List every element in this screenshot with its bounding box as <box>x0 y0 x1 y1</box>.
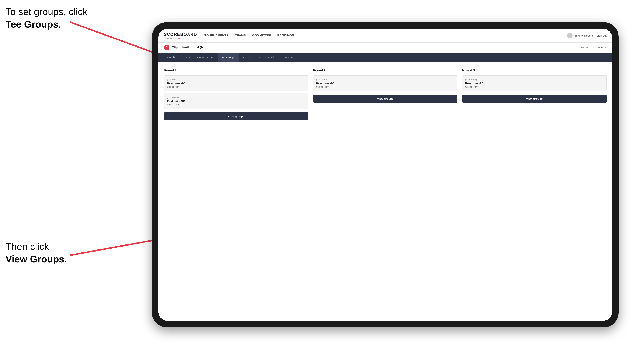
tab-bar: Details Teams Course Setup Tee Groups Re… <box>158 53 612 62</box>
nav-items: TOURNAMENTS TEAMS COMMITTEE RANKINGS <box>204 33 567 38</box>
tab-teams[interactable]: Teams <box>179 53 194 62</box>
round-3-view-groups-button[interactable]: View groups <box>462 95 606 103</box>
tournament-logo-letter: C <box>164 45 170 50</box>
top-nav: SCOREBOARD Powered by clippit TOURNAMENT… <box>158 29 612 42</box>
cancel-button[interactable]: Cancel ✕ <box>595 46 606 49</box>
logo-area: SCOREBOARD Powered by clippit <box>164 32 197 39</box>
instruction-bottom-suffix: . <box>64 254 67 264</box>
round-1-course-a-name: Peachtree GC <box>167 82 305 85</box>
tab-tee-groups[interactable]: Tee Groups <box>218 53 239 62</box>
tab-leaderboards[interactable]: Leaderboards <box>254 53 278 62</box>
sub-header: C Clippd Invitational (M... Hosting Canc… <box>158 42 612 53</box>
round-3-course-a-name: Peachtree GC <box>465 82 604 85</box>
instruction-bottom-bold: View Groups <box>6 254 64 264</box>
rounds-container: Round 1 (Course A) Peachtree GC Stroke P… <box>164 68 606 120</box>
tab-results[interactable]: Results <box>238 53 254 62</box>
round-2-course-a-card: (Course A) Peachtree GC Stroke Play <box>313 75 458 91</box>
round-3-course-a-card: (Course A) Peachtree GC Stroke Play <box>462 75 606 91</box>
round-1-column: Round 1 (Course A) Peachtree GC Stroke P… <box>164 68 308 120</box>
tab-details[interactable]: Details <box>164 53 179 62</box>
round-2-course-a-label: (Course A) <box>316 78 454 81</box>
round-1-course-a-card: (Course A) Peachtree GC Stroke Play <box>164 75 308 91</box>
logo-sub: Powered by clippit <box>164 37 197 39</box>
round-1-course-b-type: Stroke Play <box>167 103 305 106</box>
round-3-course-a-label: (Course A) <box>465 78 604 81</box>
round-1-view-groups-button[interactable]: View groups <box>164 112 308 120</box>
nav-teams[interactable]: TEAMS <box>235 33 246 38</box>
round-1-course-b-label: (Course B) <box>167 96 305 99</box>
instruction-top: To set groups, click Tee Groups. <box>6 5 88 30</box>
instruction-bottom: Then click View Groups. <box>6 240 67 265</box>
round-3-column: Round 3 (Course A) Peachtree GC Stroke P… <box>462 68 606 120</box>
round-3-course-a-type: Stroke Play <box>465 85 604 88</box>
sign-out-link[interactable]: Sign out <box>596 34 606 37</box>
tournament-name: Clippd Invitational (M... <box>172 46 580 49</box>
nav-right: blair@clippd.io Sign out <box>567 33 606 38</box>
main-content: Round 1 (Course A) Peachtree GC Stroke P… <box>158 62 612 321</box>
tab-course-setup[interactable]: Course Setup <box>194 53 218 62</box>
instruction-top-bold: Tee Groups <box>6 19 58 30</box>
instruction-top-suffix: . <box>58 19 61 30</box>
round-2-course-a-name: Peachtree GC <box>316 82 454 85</box>
nav-tournaments[interactable]: TOURNAMENTS <box>204 33 228 38</box>
instruction-bottom-line1: Then click <box>6 241 49 252</box>
nav-committee[interactable]: COMMITTEE <box>252 33 271 38</box>
user-email: blair@clippd.io <box>575 34 594 37</box>
round-1-course-a-label: (Course A) <box>167 78 305 81</box>
round-1-title: Round 1 <box>164 68 308 72</box>
round-2-view-groups-button[interactable]: View groups <box>313 95 458 103</box>
round-2-column: Round 2 (Course A) Peachtree GC Stroke P… <box>313 68 458 120</box>
tablet-frame: SCOREBOARD Powered by clippit TOURNAMENT… <box>152 22 619 327</box>
instruction-top-line1: To set groups, click <box>6 6 88 17</box>
logo-text: SCOREBOARD <box>164 32 197 37</box>
user-avatar <box>567 33 572 38</box>
tab-printables[interactable]: Printables <box>278 53 298 62</box>
round-2-course-a-type: Stroke Play <box>316 85 454 88</box>
round-1-course-b-name: East Lake GC <box>167 100 305 103</box>
round-1-course-b-card: (Course B) East Lake GC Stroke Play <box>164 93 308 109</box>
round-3-title: Round 3 <box>462 68 606 72</box>
round-2-title: Round 2 <box>313 68 458 72</box>
round-1-course-a-type: Stroke Play <box>167 85 305 88</box>
tablet-screen: SCOREBOARD Powered by clippit TOURNAMENT… <box>158 29 612 321</box>
nav-rankings[interactable]: RANKINGS <box>278 33 294 38</box>
hosting-badge: Hosting <box>580 46 589 49</box>
